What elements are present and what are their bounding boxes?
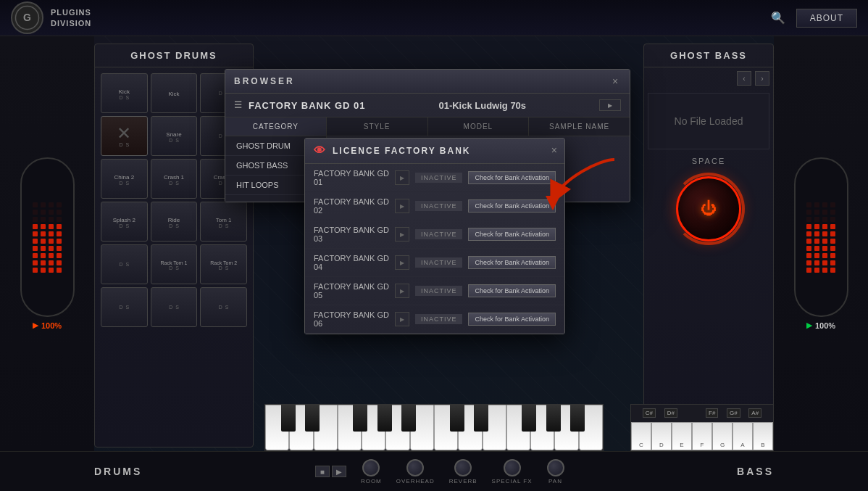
left-volume-slider[interactable] [20, 157, 75, 317]
overhead-knob-group: OVERHEAD [396, 459, 435, 484]
room-knob[interactable] [362, 459, 380, 476]
piano-key-g2[interactable] [362, 405, 385, 450]
piano-key-a3[interactable] [554, 405, 578, 450]
bank2-play-btn[interactable]: ▶ [395, 199, 409, 213]
top-right-controls: 🔍 ABOUT [771, 9, 857, 28]
hamburger-icon[interactable]: ☰ [234, 100, 243, 110]
licence-bank-row-1: FACTORY BANK GD 01 ▶ INACTIVE Check for … [305, 164, 564, 192]
drum-pad-empty6[interactable]: DS [200, 287, 247, 327]
transport-play[interactable]: ▶ [332, 466, 346, 477]
tab-category[interactable]: CATEGORY [225, 117, 327, 136]
browser-tabs: CATEGORY STYLE MODEL SAMPLE NAME [225, 117, 630, 136]
piano-white-keys [265, 405, 603, 450]
licence-bank-row-6: FACTORY BANK GD 06 ▶ INACTIVE Check for … [305, 305, 564, 334]
bank2-check-btn[interactable]: Check for Bank Activation [468, 199, 556, 213]
bank5-play-btn[interactable]: ▶ [395, 284, 409, 298]
drum-pad-crash1[interactable]: Crash 1 DS [151, 159, 198, 199]
pan-label: PAN [548, 478, 562, 484]
bass-key-f[interactable]: F [692, 422, 712, 450]
tab-style[interactable]: STYLE [327, 117, 428, 136]
piano-keyboard[interactable]: C 2 C 3 [264, 404, 604, 451]
bass-key-d[interactable]: D [651, 422, 672, 450]
licence-bank-row-2: FACTORY BANK GD 02 ▶ INACTIVE Check for … [305, 192, 564, 220]
browser-title: BROWSER [234, 76, 295, 86]
piano-key-f3[interactable] [506, 405, 530, 450]
left-side-panel: ▶ 100% [0, 36, 94, 451]
bass-nav: ‹ › [644, 67, 773, 89]
note-asharp[interactable]: A# [748, 408, 761, 418]
bank1-inactive-badge: INACTIVE [415, 173, 463, 183]
drum-pad-ride[interactable]: Ride DS [151, 202, 198, 242]
bank5-check-btn[interactable]: Check for Bank Activation [468, 284, 556, 297]
drum-pad-empty5[interactable]: DS [151, 287, 198, 327]
piano-key-g3[interactable] [530, 405, 554, 450]
bass-label: BASS [737, 466, 774, 477]
bank1-check-btn[interactable]: Check for Bank Activation [468, 171, 556, 184]
bank3-play-btn[interactable]: ▶ [395, 227, 409, 242]
specialfx-knob[interactable] [504, 459, 521, 476]
bank1-play-btn[interactable]: ▶ [395, 170, 409, 185]
overhead-label: OVERHEAD [396, 478, 435, 484]
licence-eye-icon: 👁 [314, 144, 327, 157]
drum-pad-x[interactable]: ✕ DS [101, 116, 148, 156]
bass-next-button[interactable]: › [755, 71, 769, 86]
bass-key-c[interactable]: C [631, 422, 651, 450]
bass-key-b[interactable]: B [753, 422, 773, 450]
licence-header: 👁 LICENCE FACTORY BANK × [305, 139, 564, 164]
note-csharp[interactable]: C# [643, 408, 656, 418]
piano-key-b3[interactable] [579, 405, 603, 450]
bank4-play-btn[interactable]: ▶ [395, 255, 409, 270]
bank6-check-btn[interactable]: Check for Bank Activation [468, 313, 556, 326]
bass-key-a[interactable]: A [733, 422, 753, 450]
drum-pad-empty3[interactable]: DS [101, 244, 148, 284]
specialfx-knob-group: SPECIAL FX [492, 459, 533, 484]
no-file-display: No File Loaded [648, 93, 769, 149]
licence-close-button[interactable]: × [551, 144, 557, 156]
right-volume-slider[interactable] [794, 157, 848, 317]
piano-key-b2[interactable] [410, 405, 434, 450]
reverb-knob[interactable] [454, 459, 472, 476]
note-fsharp[interactable]: F# [706, 408, 718, 418]
tab-sample-name[interactable]: SAMPLE NAME [529, 117, 630, 136]
piano-key-e2[interactable] [314, 405, 338, 450]
power-knob[interactable]: ⏻ [676, 176, 741, 242]
bass-key-g[interactable]: G [712, 422, 733, 450]
drum-pad-racktom1[interactable]: Rack Tom 1 DS [151, 244, 198, 284]
drum-pad-snare[interactable]: Snare DS [151, 116, 198, 156]
browser-preset-name: 01-Kick Ludwig 70s [438, 100, 526, 111]
drum-pad-kick2[interactable]: Kick [151, 73, 198, 113]
logo-icon: G [11, 1, 43, 34]
drum-pad-splash2[interactable]: Splash 2 DS [101, 202, 148, 242]
drum-pad-empty4[interactable]: DS [101, 287, 148, 327]
search-button[interactable]: 🔍 [771, 11, 785, 25]
browser-close-button[interactable]: × [609, 75, 621, 87]
bank3-check-btn[interactable]: Check for Bank Activation [468, 228, 556, 241]
mixer-controls: ■ ▶ ROOM OVERHEAD REVERB SPECIAL FX P [142, 452, 737, 492]
piano-key-e3[interactable] [483, 405, 506, 450]
drum-pad-china2[interactable]: China 2 DS [101, 159, 148, 199]
bass-key-e[interactable]: E [672, 422, 692, 450]
right-play-indicator: ▶ [806, 321, 812, 330]
note-gsharp[interactable]: G# [727, 408, 740, 418]
bank6-play-btn[interactable]: ▶ [395, 312, 409, 326]
transport-stop[interactable]: ■ [315, 466, 330, 477]
drum-pad-tom1[interactable]: Tom 1 DS [200, 202, 247, 242]
drum-pad-kick1[interactable]: Kick DS [101, 73, 148, 113]
about-button[interactable]: ABOUT [796, 9, 857, 28]
browser-action-btn[interactable]: ▶ [599, 99, 621, 111]
tab-model[interactable]: MODEL [428, 117, 530, 136]
piano-key-c3[interactable] [434, 405, 458, 450]
bank4-check-btn[interactable]: Check for Bank Activation [468, 256, 556, 269]
piano-key-c2[interactable] [265, 405, 289, 450]
piano-key-f2[interactable] [338, 405, 362, 450]
drum-pad-racktom2[interactable]: Rack Tom 2 DS [200, 244, 247, 284]
note-dsharp[interactable]: D# [664, 408, 677, 418]
bass-prev-button[interactable]: ‹ [737, 71, 751, 86]
overhead-knob[interactable] [406, 459, 424, 476]
reverb-knob-group: REVERB [449, 459, 477, 484]
bass-section-title: GHOST BASS [644, 44, 773, 67]
piano-key-d2[interactable] [289, 405, 313, 450]
piano-key-d3[interactable] [458, 405, 482, 450]
piano-key-a2[interactable] [385, 405, 409, 450]
pan-knob[interactable] [547, 459, 564, 476]
